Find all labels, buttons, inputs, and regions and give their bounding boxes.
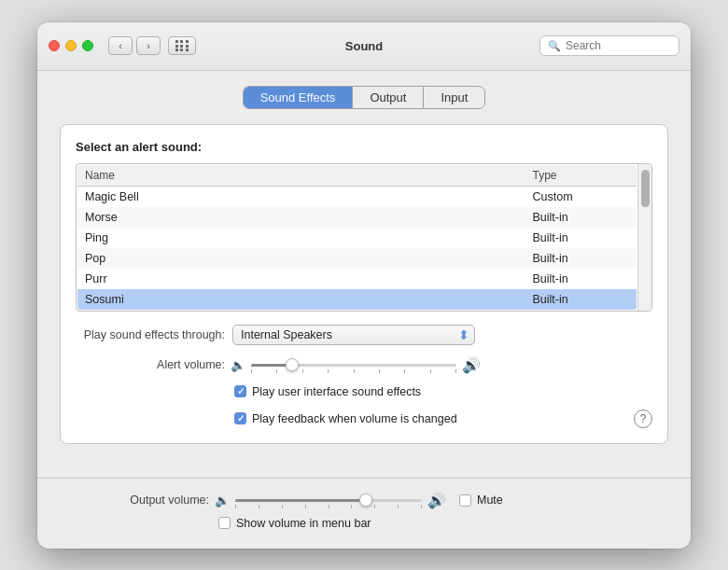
alert-sound-table-wrap: Name Type Magic BellCustomMorseBuilt-inP…: [76, 163, 652, 312]
sound-name: Morse: [77, 207, 525, 228]
play-through-select[interactable]: Internal Speakers: [232, 325, 475, 345]
back-button[interactable]: ‹: [108, 36, 133, 55]
sound-name: Pop: [77, 248, 525, 269]
col-name: Name: [77, 164, 525, 186]
sound-type: Built-in: [525, 228, 637, 248]
sound-name: Purr: [77, 269, 525, 289]
main-content: Sound Effects Output Input Select an ale…: [37, 71, 691, 478]
feedback-checkbox[interactable]: ✓: [234, 412, 246, 424]
ui-effects-row: ✓ Play user interface sound effects: [76, 385, 652, 398]
table-row[interactable]: Magic BellCustom: [77, 186, 637, 207]
forward-icon: ›: [147, 40, 150, 51]
menu-bar-label: Show volume in menu bar: [236, 517, 371, 530]
maximize-button[interactable]: [82, 40, 93, 51]
play-through-label: Play sound effects through:: [76, 328, 225, 341]
feedback-checkmark: ✓: [237, 413, 245, 424]
tab-input[interactable]: Input: [424, 87, 484, 108]
select-alert-label: Select an alert sound:: [76, 140, 652, 154]
bottom-section: Output volume: 🔈 🔊 Mute Show volume in m…: [37, 492, 691, 549]
grid-icon: [175, 40, 189, 51]
mute-label: Mute: [477, 494, 503, 507]
table-row[interactable]: PingBuilt-in: [77, 228, 637, 248]
scrollbar[interactable]: [637, 164, 651, 311]
feedback-row: ✓ Play feedback when volume is changed ?: [76, 410, 652, 428]
ui-effects-checkbox[interactable]: ✓: [234, 385, 246, 397]
ui-effects-label: Play user interface sound effects: [252, 385, 421, 398]
menu-bar-checkbox[interactable]: [218, 517, 231, 529]
back-icon: ‹: [119, 40, 122, 51]
mute-checkbox[interactable]: [459, 494, 471, 507]
table-inner: Name Type Magic BellCustomMorseBuilt-inP…: [77, 164, 637, 311]
traffic-lights: [49, 40, 93, 51]
window: ‹ › Sound 🔍 Sound Effects Outp: [37, 22, 691, 549]
sound-name: Sosumi: [77, 289, 525, 311]
sound-effects-panel: Select an alert sound: Name Type Magic B…: [60, 124, 668, 444]
table-row[interactable]: MorseBuilt-in: [77, 207, 637, 228]
help-button[interactable]: ?: [634, 410, 652, 428]
titlebar: ‹ › Sound 🔍: [37, 22, 691, 71]
search-icon: 🔍: [548, 40, 561, 52]
alert-volume-slider[interactable]: [251, 364, 456, 367]
col-type: Type: [525, 164, 637, 186]
divider: [37, 478, 691, 479]
window-title: Sound: [345, 39, 383, 53]
sound-type: Built-in: [525, 248, 637, 269]
feedback-label: Play feedback when volume is changed: [252, 412, 457, 425]
ui-effects-checkmark: ✓: [237, 386, 245, 396]
table-row[interactable]: SosumiBuilt-in: [77, 289, 637, 311]
output-volume-label: Output volume:: [60, 494, 209, 507]
table-row[interactable]: PopBuilt-in: [77, 248, 637, 269]
output-volume-slider[interactable]: [235, 499, 422, 502]
minimize-button[interactable]: [65, 40, 77, 51]
close-button[interactable]: [49, 40, 60, 51]
vol-high-icon: 🔊: [462, 356, 481, 374]
sound-type: Built-in: [525, 269, 637, 289]
sound-type: Custom: [525, 186, 637, 207]
sound-name: Ping: [77, 228, 525, 248]
sound-type: Built-in: [525, 289, 637, 311]
table-row[interactable]: PurrBuilt-in: [77, 269, 637, 289]
output-volume-row: Output volume: 🔈 🔊 Mute: [60, 492, 668, 509]
vol-low-icon: 🔈: [231, 358, 245, 372]
forward-button[interactable]: ›: [136, 36, 161, 55]
scrollbar-thumb: [641, 170, 650, 207]
play-through-row: Play sound effects through: Internal Spe…: [76, 325, 652, 345]
search-box: 🔍: [539, 35, 679, 56]
sound-type: Built-in: [525, 207, 637, 228]
output-vol-low-icon: 🔈: [215, 494, 230, 507]
menu-bar-row: Show volume in menu bar: [60, 517, 668, 530]
grid-button[interactable]: [168, 36, 196, 55]
sound-name: Magic Bell: [77, 186, 525, 207]
alert-volume-label: Alert volume:: [76, 358, 225, 371]
nav-buttons: ‹ ›: [108, 36, 196, 55]
tab-output[interactable]: Output: [353, 87, 424, 108]
tab-sound-effects[interactable]: Sound Effects: [244, 87, 354, 108]
play-through-select-wrapper: Internal Speakers ⬍: [232, 325, 475, 345]
search-input[interactable]: [566, 39, 671, 52]
sound-table: Name Type Magic BellCustomMorseBuilt-inP…: [77, 164, 637, 311]
tabs: Sound Effects Output Input: [60, 86, 668, 109]
alert-volume-row: Alert volume: 🔈 🔊: [76, 356, 652, 374]
tab-group: Sound Effects Output Input: [243, 86, 486, 109]
output-vol-high-icon: 🔊: [427, 492, 446, 509]
